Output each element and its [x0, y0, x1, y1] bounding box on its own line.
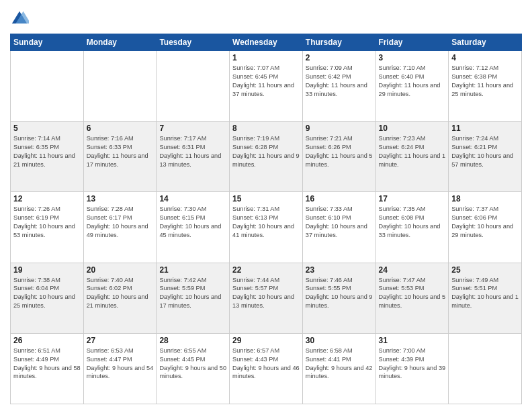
- calendar-cell: [11, 51, 84, 122]
- day-number: 23: [306, 265, 373, 275]
- day-number: 12: [13, 194, 81, 203]
- day-number: 15: [232, 194, 300, 203]
- day-number: 14: [159, 194, 226, 203]
- calendar-cell: 8Sunrise: 7:19 AM Sunset: 6:28 PM Daylig…: [230, 122, 303, 192]
- day-number: 5: [13, 124, 81, 133]
- page: SundayMondayTuesdayWednesdayThursdayFrid…: [0, 0, 532, 411]
- day-info: Sunrise: 7:47 AM Sunset: 5:53 PM Dayligh…: [379, 276, 446, 311]
- day-number: 17: [379, 194, 446, 203]
- day-number: 25: [451, 265, 519, 275]
- day-info: Sunrise: 7:24 AM Sunset: 6:21 PM Dayligh…: [451, 134, 519, 169]
- day-info: Sunrise: 7:38 AM Sunset: 6:04 PM Dayligh…: [13, 276, 81, 311]
- header: [10, 7, 522, 28]
- calendar-cell: 6Sunrise: 7:16 AM Sunset: 6:33 PM Daylig…: [83, 122, 157, 192]
- day-number: 11: [451, 124, 519, 133]
- calendar-cell: 22Sunrise: 7:44 AM Sunset: 5:57 PM Dayli…: [230, 263, 303, 333]
- day-number: 8: [232, 124, 300, 133]
- calendar-cell: 2Sunrise: 7:09 AM Sunset: 6:42 PM Daylig…: [302, 51, 375, 122]
- day-number: 6: [87, 124, 154, 133]
- day-number: 16: [306, 194, 373, 203]
- day-number: 31: [379, 336, 446, 345]
- weekday-header: Friday: [375, 34, 449, 51]
- calendar-week-row: 26Sunrise: 6:51 AM Sunset: 4:49 PM Dayli…: [11, 333, 522, 404]
- weekday-header: Monday: [83, 34, 157, 51]
- calendar-week-row: 5Sunrise: 7:14 AM Sunset: 6:35 PM Daylig…: [11, 122, 522, 192]
- calendar-cell: 15Sunrise: 7:31 AM Sunset: 6:13 PM Dayli…: [230, 192, 303, 263]
- calendar-cell: 21Sunrise: 7:42 AM Sunset: 5:59 PM Dayli…: [157, 263, 230, 333]
- calendar-cell: 31Sunrise: 7:00 AM Sunset: 4:39 PM Dayli…: [375, 333, 449, 404]
- calendar-cell: 16Sunrise: 7:33 AM Sunset: 6:10 PM Dayli…: [302, 192, 375, 263]
- day-number: 3: [379, 53, 446, 62]
- day-info: Sunrise: 7:07 AM Sunset: 6:45 PM Dayligh…: [232, 64, 300, 99]
- calendar-cell: 24Sunrise: 7:47 AM Sunset: 5:53 PM Dayli…: [375, 263, 449, 333]
- day-number: 29: [232, 336, 300, 345]
- day-number: 24: [379, 265, 446, 275]
- calendar-cell: 13Sunrise: 7:28 AM Sunset: 6:17 PM Dayli…: [83, 192, 157, 263]
- day-info: Sunrise: 7:12 AM Sunset: 6:38 PM Dayligh…: [451, 64, 519, 99]
- day-info: Sunrise: 7:33 AM Sunset: 6:10 PM Dayligh…: [306, 205, 373, 240]
- day-number: 13: [87, 194, 154, 203]
- day-info: Sunrise: 6:53 AM Sunset: 4:47 PM Dayligh…: [87, 347, 154, 381]
- day-info: Sunrise: 7:46 AM Sunset: 5:55 PM Dayligh…: [306, 276, 373, 311]
- day-number: 30: [306, 336, 373, 345]
- day-info: Sunrise: 7:17 AM Sunset: 6:31 PM Dayligh…: [159, 134, 226, 169]
- day-number: 28: [159, 336, 226, 345]
- day-info: Sunrise: 7:28 AM Sunset: 6:17 PM Dayligh…: [87, 205, 154, 240]
- day-number: 26: [13, 336, 81, 345]
- logo-icon: [10, 9, 29, 28]
- calendar-cell: [157, 51, 230, 122]
- calendar-cell: 5Sunrise: 7:14 AM Sunset: 6:35 PM Daylig…: [11, 122, 84, 192]
- calendar-cell: 12Sunrise: 7:26 AM Sunset: 6:19 PM Dayli…: [11, 192, 84, 263]
- calendar-cell: [83, 51, 157, 122]
- day-info: Sunrise: 6:51 AM Sunset: 4:49 PM Dayligh…: [13, 347, 81, 381]
- calendar-cell: 27Sunrise: 6:53 AM Sunset: 4:47 PM Dayli…: [83, 333, 157, 404]
- calendar-week-row: 19Sunrise: 7:38 AM Sunset: 6:04 PM Dayli…: [11, 263, 522, 333]
- calendar-cell: 14Sunrise: 7:30 AM Sunset: 6:15 PM Dayli…: [157, 192, 230, 263]
- calendar-table: SundayMondayTuesdayWednesdayThursdayFrid…: [10, 34, 522, 404]
- day-info: Sunrise: 7:31 AM Sunset: 6:13 PM Dayligh…: [232, 205, 300, 240]
- weekday-header: Wednesday: [230, 34, 303, 51]
- calendar-cell: 28Sunrise: 6:55 AM Sunset: 4:45 PM Dayli…: [157, 333, 230, 404]
- calendar-cell: 3Sunrise: 7:10 AM Sunset: 6:40 PM Daylig…: [375, 51, 449, 122]
- day-number: 22: [232, 265, 300, 275]
- day-number: 1: [232, 53, 300, 62]
- logo: [10, 9, 32, 28]
- day-number: 7: [159, 124, 226, 133]
- weekday-header: Tuesday: [157, 34, 230, 51]
- day-info: Sunrise: 7:30 AM Sunset: 6:15 PM Dayligh…: [159, 205, 226, 240]
- day-info: Sunrise: 7:21 AM Sunset: 6:26 PM Dayligh…: [306, 134, 373, 169]
- calendar-cell: 7Sunrise: 7:17 AM Sunset: 6:31 PM Daylig…: [157, 122, 230, 192]
- day-info: Sunrise: 6:55 AM Sunset: 4:45 PM Dayligh…: [159, 347, 226, 381]
- calendar-cell: 9Sunrise: 7:21 AM Sunset: 6:26 PM Daylig…: [302, 122, 375, 192]
- weekday-header: Sunday: [11, 34, 84, 51]
- day-info: Sunrise: 7:16 AM Sunset: 6:33 PM Dayligh…: [87, 134, 154, 169]
- day-number: 18: [451, 194, 519, 203]
- calendar-cell: 17Sunrise: 7:35 AM Sunset: 6:08 PM Dayli…: [375, 192, 449, 263]
- day-number: 4: [451, 53, 519, 62]
- calendar-cell: 4Sunrise: 7:12 AM Sunset: 6:38 PM Daylig…: [449, 51, 522, 122]
- day-info: Sunrise: 7:14 AM Sunset: 6:35 PM Dayligh…: [13, 134, 81, 169]
- weekday-header-row: SundayMondayTuesdayWednesdayThursdayFrid…: [11, 34, 522, 51]
- weekday-header: Saturday: [449, 34, 522, 51]
- calendar-cell: 19Sunrise: 7:38 AM Sunset: 6:04 PM Dayli…: [11, 263, 84, 333]
- day-info: Sunrise: 7:42 AM Sunset: 5:59 PM Dayligh…: [159, 276, 226, 311]
- day-info: Sunrise: 7:44 AM Sunset: 5:57 PM Dayligh…: [232, 276, 300, 311]
- calendar-week-row: 12Sunrise: 7:26 AM Sunset: 6:19 PM Dayli…: [11, 192, 522, 263]
- calendar-cell: 20Sunrise: 7:40 AM Sunset: 6:02 PM Dayli…: [83, 263, 157, 333]
- day-info: Sunrise: 7:10 AM Sunset: 6:40 PM Dayligh…: [379, 64, 446, 99]
- day-info: Sunrise: 7:23 AM Sunset: 6:24 PM Dayligh…: [379, 134, 446, 169]
- calendar-cell: 30Sunrise: 6:58 AM Sunset: 4:41 PM Dayli…: [302, 333, 375, 404]
- calendar-cell: 11Sunrise: 7:24 AM Sunset: 6:21 PM Dayli…: [449, 122, 522, 192]
- calendar-cell: 10Sunrise: 7:23 AM Sunset: 6:24 PM Dayli…: [375, 122, 449, 192]
- day-info: Sunrise: 7:00 AM Sunset: 4:39 PM Dayligh…: [379, 347, 446, 381]
- calendar-cell: [449, 333, 522, 404]
- calendar-week-row: 1Sunrise: 7:07 AM Sunset: 6:45 PM Daylig…: [11, 51, 522, 122]
- day-info: Sunrise: 7:49 AM Sunset: 5:51 PM Dayligh…: [451, 276, 519, 311]
- day-number: 19: [13, 265, 81, 275]
- calendar-cell: 26Sunrise: 6:51 AM Sunset: 4:49 PM Dayli…: [11, 333, 84, 404]
- day-info: Sunrise: 6:58 AM Sunset: 4:41 PM Dayligh…: [306, 347, 373, 381]
- calendar-cell: 1Sunrise: 7:07 AM Sunset: 6:45 PM Daylig…: [230, 51, 303, 122]
- day-info: Sunrise: 7:37 AM Sunset: 6:06 PM Dayligh…: [451, 205, 519, 240]
- calendar-cell: 23Sunrise: 7:46 AM Sunset: 5:55 PM Dayli…: [302, 263, 375, 333]
- calendar-cell: 18Sunrise: 7:37 AM Sunset: 6:06 PM Dayli…: [449, 192, 522, 263]
